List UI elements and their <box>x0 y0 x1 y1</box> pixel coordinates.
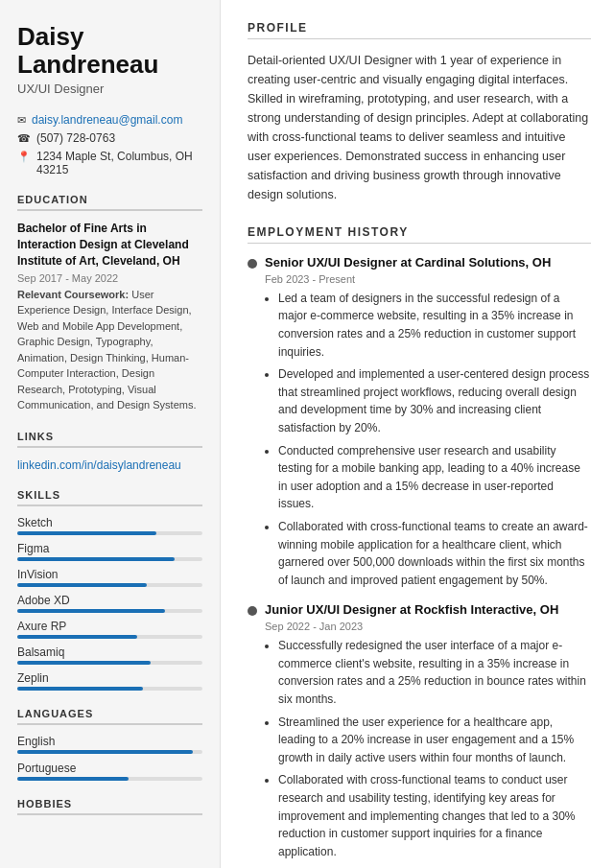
skill-label: Zeplin <box>17 671 202 685</box>
skill-label: Balsamiq <box>17 645 202 659</box>
education-degree: Bachelor of Fine Arts in Interaction Des… <box>17 221 202 269</box>
skills-list: Sketch Figma InVision Adobe XD Axure RP … <box>17 516 202 691</box>
skill-bar-fill <box>17 609 165 613</box>
email-icon: ✉ <box>17 114 26 127</box>
list-item: Streamlined the user experience for a he… <box>278 714 591 767</box>
skill-item: InVision <box>17 568 202 587</box>
list-item: Collaborated with cross-functional teams… <box>278 518 591 589</box>
skill-bar-fill <box>17 583 147 587</box>
language-label: Portuguese <box>17 762 202 775</box>
skill-bar-bg <box>17 609 202 613</box>
language-bar-bg <box>17 777 202 781</box>
skill-bar-bg <box>17 531 202 535</box>
name-block: Daisy Landreneau UX/UI Designer <box>17 23 202 96</box>
education-coursework: Relevant Coursework: User Experience Des… <box>17 287 202 413</box>
email-item: ✉ daisy.landreneau@gmail.com <box>17 113 202 127</box>
jobs-list: Senior UX/UI Designer at Cardinal Soluti… <box>248 255 591 868</box>
list-item: Developed and implemented a user-centere… <box>278 365 591 436</box>
skill-item: Balsamiq <box>17 645 202 665</box>
address-text: 1234 Maple St, Columbus, OH 43215 <box>36 150 202 176</box>
skill-bar-bg <box>17 687 202 691</box>
education-block: Bachelor of Fine Arts in Interaction Des… <box>17 221 202 412</box>
skill-bar-fill <box>17 557 175 561</box>
skill-bar-fill <box>17 531 156 535</box>
linkedin-link[interactable]: linkedin.com/in/daisylandreneau <box>17 458 181 472</box>
profile-section-title: PROFILE <box>248 21 591 39</box>
language-bar-bg <box>17 750 202 754</box>
skills-section-title: SKILLS <box>17 489 202 506</box>
skill-item: Axure RP <box>17 620 202 639</box>
skill-item: Figma <box>17 542 202 561</box>
phone-text: (507) 728-0763 <box>36 131 115 145</box>
job-title-text: Senior UX/UI Designer at Cardinal Soluti… <box>265 255 551 271</box>
skill-bar-bg <box>17 635 202 639</box>
skill-bar-fill <box>17 661 151 665</box>
skill-label: InVision <box>17 568 202 581</box>
skill-bar-bg <box>17 661 202 665</box>
location-icon: 📍 <box>17 151 31 163</box>
skill-label: Adobe XD <box>17 594 202 607</box>
education-section-title: EDUCATION <box>17 194 202 211</box>
phone-item: ☎ (507) 728-0763 <box>17 131 202 145</box>
skill-bar-bg <box>17 557 202 561</box>
language-item: English <box>17 735 202 754</box>
skill-label: Figma <box>17 542 202 555</box>
language-label: English <box>17 735 202 748</box>
email-link[interactable]: daisy.landreneau@gmail.com <box>32 113 182 127</box>
job-block: Senior UX/UI Designer at Cardinal Soluti… <box>248 255 591 589</box>
links-section-title: LINKS <box>17 431 202 448</box>
full-name: Daisy Landreneau <box>17 23 202 78</box>
employment-section-title: EMPLOYMENT HISTORY <box>248 225 591 244</box>
skill-bar-fill <box>17 687 143 691</box>
coursework-label: Relevant Coursework: <box>17 289 131 300</box>
phone-icon: ☎ <box>17 132 31 145</box>
job-bullets: Successfully redesigned the user interfa… <box>265 637 591 868</box>
job-header: Junior UX/UI Designer at Rockfish Intera… <box>248 602 591 619</box>
skill-label: Axure RP <box>17 620 202 633</box>
job-title: UX/UI Designer <box>17 82 202 96</box>
language-bar-fill <box>17 750 193 754</box>
list-item: Collaborated with cross-functional teams… <box>278 771 591 860</box>
language-item: Portuguese <box>17 762 202 781</box>
main-content: PROFILE Detail-oriented UX/UI Designer w… <box>221 0 614 868</box>
contact-block: ✉ daisy.landreneau@gmail.com ☎ (507) 728… <box>17 113 202 176</box>
job-bullets: Led a team of designers in the successfu… <box>265 290 591 590</box>
skill-bar-fill <box>17 635 137 639</box>
languages-list: English Portuguese <box>17 735 202 781</box>
linkedin-link-item: linkedin.com/in/daisylandreneau <box>17 457 202 472</box>
skill-item: Adobe XD <box>17 594 202 613</box>
address-item: 📍 1234 Maple St, Columbus, OH 43215 <box>17 150 202 176</box>
language-bar-fill <box>17 777 129 781</box>
languages-section-title: LANGUAGES <box>17 708 202 725</box>
skill-item: Sketch <box>17 516 202 535</box>
job-dates: Feb 2023 - Present <box>265 273 591 285</box>
job-header: Senior UX/UI Designer at Cardinal Soluti… <box>248 255 591 271</box>
profile-text: Detail-oriented UX/UI Designer with 1 ye… <box>248 51 591 204</box>
list-item: Successfully redesigned the user interfa… <box>278 637 591 708</box>
job-title-text: Junior UX/UI Designer at Rockfish Intera… <box>265 602 558 619</box>
job-dates: Sep 2022 - Jan 2023 <box>265 621 591 632</box>
list-item: Led a team of designers in the successfu… <box>278 290 591 361</box>
skill-bar-bg <box>17 583 202 587</box>
job-block: Junior UX/UI Designer at Rockfish Intera… <box>248 602 591 868</box>
education-dates: Sep 2017 - May 2022 <box>17 272 202 284</box>
list-item: Conducted comprehensive user research an… <box>278 442 591 513</box>
coursework-text: User Experience Design, Interface Design… <box>17 289 196 411</box>
job-dot <box>248 606 257 616</box>
skill-label: Sketch <box>17 516 202 529</box>
hobbies-section-title: HOBBIES <box>17 798 202 815</box>
job-dot <box>248 259 257 269</box>
sidebar: Daisy Landreneau UX/UI Designer ✉ daisy.… <box>0 0 221 868</box>
skill-item: Zeplin <box>17 671 202 691</box>
